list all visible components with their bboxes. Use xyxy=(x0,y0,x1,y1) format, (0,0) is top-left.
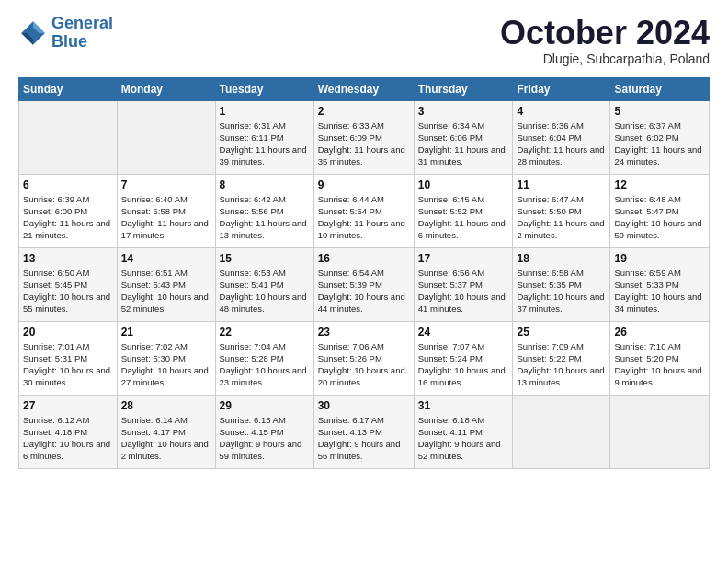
calendar-cell: 17Sunrise: 6:56 AMSunset: 5:37 PMDayligh… xyxy=(414,247,513,321)
day-info: Sunrise: 6:47 AMSunset: 5:50 PMDaylight:… xyxy=(517,193,606,242)
day-number: 31 xyxy=(418,399,509,412)
calendar-table: SundayMondayTuesdayWednesdayThursdayFrid… xyxy=(18,77,710,469)
weekday-row: SundayMondayTuesdayWednesdayThursdayFrid… xyxy=(19,77,710,100)
calendar-cell: 11Sunrise: 6:47 AMSunset: 5:50 PMDayligh… xyxy=(513,174,610,247)
title-block: October 2024 Dlugie, Subcarpathia, Polan… xyxy=(500,15,710,66)
day-info: Sunrise: 6:14 AMSunset: 4:17 PMDaylight:… xyxy=(121,414,211,463)
day-info: Sunrise: 6:58 AMSunset: 5:35 PMDaylight:… xyxy=(517,267,606,316)
day-number: 15 xyxy=(220,252,310,265)
calendar-body: 1Sunrise: 6:31 AMSunset: 6:11 PMDaylight… xyxy=(19,100,710,468)
calendar-week-4: 20Sunrise: 7:01 AMSunset: 5:31 PMDayligh… xyxy=(19,321,710,395)
logo-line1: General xyxy=(51,14,113,32)
day-info: Sunrise: 6:17 AMSunset: 4:13 PMDaylight:… xyxy=(318,414,410,463)
day-info: Sunrise: 6:59 AMSunset: 5:33 PMDaylight:… xyxy=(614,267,705,316)
day-number: 11 xyxy=(517,178,606,191)
day-info: Sunrise: 6:18 AMSunset: 4:11 PMDaylight:… xyxy=(418,414,509,463)
day-number: 9 xyxy=(318,178,410,191)
day-number: 2 xyxy=(318,105,410,118)
day-number: 13 xyxy=(23,252,113,265)
day-number: 17 xyxy=(418,252,509,265)
calendar-cell: 7Sunrise: 6:40 AMSunset: 5:58 PMDaylight… xyxy=(117,174,215,247)
day-info: Sunrise: 6:53 AMSunset: 5:41 PMDaylight:… xyxy=(220,267,310,316)
calendar-cell: 12Sunrise: 6:48 AMSunset: 5:47 PMDayligh… xyxy=(610,174,710,247)
weekday-header-wednesday: Wednesday xyxy=(313,77,414,100)
calendar-cell: 31Sunrise: 6:18 AMSunset: 4:11 PMDayligh… xyxy=(414,395,513,468)
weekday-header-monday: Monday xyxy=(117,77,215,100)
day-info: Sunrise: 6:12 AMSunset: 4:18 PMDaylight:… xyxy=(23,414,113,463)
day-number: 29 xyxy=(220,399,310,412)
calendar-cell: 16Sunrise: 6:54 AMSunset: 5:39 PMDayligh… xyxy=(313,247,414,321)
weekday-header-saturday: Saturday xyxy=(610,77,710,100)
calendar-cell xyxy=(117,100,215,174)
day-info: Sunrise: 6:31 AMSunset: 6:11 PMDaylight:… xyxy=(220,120,310,168)
day-number: 18 xyxy=(517,252,606,265)
calendar-cell: 14Sunrise: 6:51 AMSunset: 5:43 PMDayligh… xyxy=(117,247,215,321)
day-info: Sunrise: 7:01 AMSunset: 5:31 PMDaylight:… xyxy=(23,340,113,389)
logo-text: General Blue xyxy=(51,15,113,52)
location-subtitle: Dlugie, Subcarpathia, Poland xyxy=(500,52,710,66)
calendar-cell: 29Sunrise: 6:15 AMSunset: 4:15 PMDayligh… xyxy=(215,395,313,468)
day-number: 3 xyxy=(418,105,509,118)
calendar-header: SundayMondayTuesdayWednesdayThursdayFrid… xyxy=(19,77,710,100)
weekday-header-friday: Friday xyxy=(513,77,610,100)
day-info: Sunrise: 6:36 AMSunset: 6:04 PMDaylight:… xyxy=(517,120,606,168)
weekday-header-tuesday: Tuesday xyxy=(215,77,313,100)
day-number: 12 xyxy=(614,178,705,191)
day-number: 10 xyxy=(418,178,509,191)
day-number: 20 xyxy=(23,326,113,339)
day-number: 21 xyxy=(121,326,211,339)
day-info: Sunrise: 6:34 AMSunset: 6:06 PMDaylight:… xyxy=(418,120,509,168)
calendar-cell xyxy=(610,395,710,468)
day-info: Sunrise: 6:39 AMSunset: 6:00 PMDaylight:… xyxy=(23,193,113,242)
day-info: Sunrise: 6:40 AMSunset: 5:58 PMDaylight:… xyxy=(121,193,211,242)
day-info: Sunrise: 6:50 AMSunset: 5:45 PMDaylight:… xyxy=(23,267,113,316)
day-info: Sunrise: 6:44 AMSunset: 5:54 PMDaylight:… xyxy=(318,193,410,242)
day-info: Sunrise: 7:07 AMSunset: 5:24 PMDaylight:… xyxy=(418,340,509,389)
day-number: 24 xyxy=(418,326,509,339)
logo: General Blue xyxy=(18,15,113,52)
day-number: 6 xyxy=(23,178,113,191)
calendar-cell: 19Sunrise: 6:59 AMSunset: 5:33 PMDayligh… xyxy=(610,247,710,321)
day-info: Sunrise: 7:06 AMSunset: 5:26 PMDaylight:… xyxy=(318,340,410,389)
calendar-cell: 25Sunrise: 7:09 AMSunset: 5:22 PMDayligh… xyxy=(513,321,610,395)
day-number: 30 xyxy=(318,399,410,412)
calendar-cell: 10Sunrise: 6:45 AMSunset: 5:52 PMDayligh… xyxy=(414,174,513,247)
calendar-week-3: 13Sunrise: 6:50 AMSunset: 5:45 PMDayligh… xyxy=(19,247,710,321)
calendar-cell: 3Sunrise: 6:34 AMSunset: 6:06 PMDaylight… xyxy=(414,100,513,174)
calendar-week-2: 6Sunrise: 6:39 AMSunset: 6:00 PMDaylight… xyxy=(19,174,710,247)
day-number: 27 xyxy=(23,399,113,412)
calendar-cell: 22Sunrise: 7:04 AMSunset: 5:28 PMDayligh… xyxy=(215,321,313,395)
calendar-cell: 21Sunrise: 7:02 AMSunset: 5:30 PMDayligh… xyxy=(117,321,215,395)
day-number: 19 xyxy=(614,252,705,265)
calendar-cell: 27Sunrise: 6:12 AMSunset: 4:18 PMDayligh… xyxy=(19,395,118,468)
day-number: 16 xyxy=(318,252,410,265)
day-number: 23 xyxy=(318,326,410,339)
day-number: 25 xyxy=(517,326,606,339)
calendar-cell: 20Sunrise: 7:01 AMSunset: 5:31 PMDayligh… xyxy=(19,321,118,395)
day-info: Sunrise: 7:10 AMSunset: 5:20 PMDaylight:… xyxy=(614,340,705,389)
day-number: 4 xyxy=(517,105,606,118)
day-info: Sunrise: 7:04 AMSunset: 5:28 PMDaylight:… xyxy=(220,340,310,389)
header: General Blue October 2024 Dlugie, Subcar… xyxy=(18,15,710,66)
calendar-cell: 4Sunrise: 6:36 AMSunset: 6:04 PMDaylight… xyxy=(513,100,610,174)
weekday-header-sunday: Sunday xyxy=(19,77,118,100)
month-title: October 2024 xyxy=(500,15,710,52)
logo-icon xyxy=(18,18,48,48)
calendar-cell: 8Sunrise: 6:42 AMSunset: 5:56 PMDaylight… xyxy=(215,174,313,247)
calendar-cell: 9Sunrise: 6:44 AMSunset: 5:54 PMDaylight… xyxy=(313,174,414,247)
day-info: Sunrise: 7:09 AMSunset: 5:22 PMDaylight:… xyxy=(517,340,606,389)
day-info: Sunrise: 6:33 AMSunset: 6:09 PMDaylight:… xyxy=(318,120,410,168)
calendar-week-5: 27Sunrise: 6:12 AMSunset: 4:18 PMDayligh… xyxy=(19,395,710,468)
day-number: 26 xyxy=(614,326,705,339)
calendar-cell: 13Sunrise: 6:50 AMSunset: 5:45 PMDayligh… xyxy=(19,247,118,321)
day-number: 1 xyxy=(220,105,310,118)
page: General Blue October 2024 Dlugie, Subcar… xyxy=(0,0,728,478)
day-number: 14 xyxy=(121,252,211,265)
calendar-week-1: 1Sunrise: 6:31 AMSunset: 6:11 PMDaylight… xyxy=(19,100,710,174)
day-info: Sunrise: 6:15 AMSunset: 4:15 PMDaylight:… xyxy=(220,414,310,463)
weekday-header-thursday: Thursday xyxy=(414,77,513,100)
day-info: Sunrise: 6:56 AMSunset: 5:37 PMDaylight:… xyxy=(418,267,509,316)
calendar-cell: 30Sunrise: 6:17 AMSunset: 4:13 PMDayligh… xyxy=(313,395,414,468)
day-number: 5 xyxy=(614,105,705,118)
logo-line2: Blue xyxy=(51,32,87,51)
